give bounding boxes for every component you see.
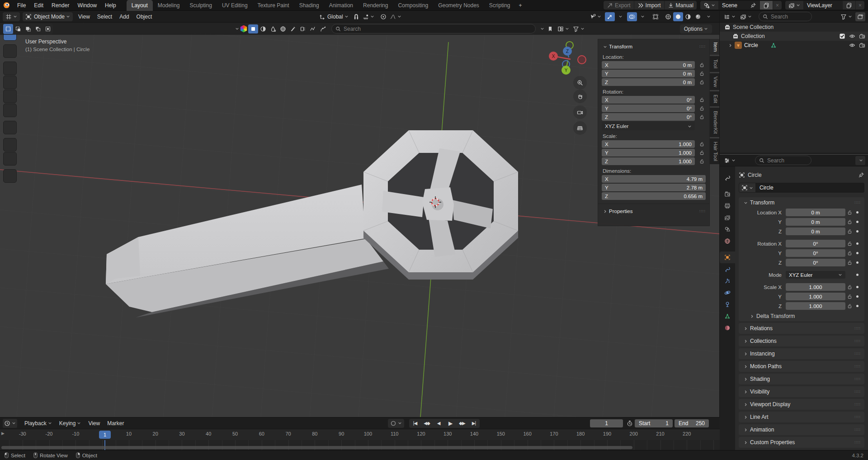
camera-view-button[interactable] <box>573 105 587 119</box>
collapsed-panel[interactable]: Motion Paths ∷∷ <box>739 361 864 372</box>
n-panel-tab[interactable]: Tool <box>710 56 720 71</box>
animate-dot[interactable] <box>854 261 861 264</box>
timeline-menu-item[interactable]: Keying <box>56 420 85 427</box>
dimensions-value-field[interactable]: Z0.656 m <box>602 192 706 200</box>
collapsed-panel[interactable]: Animation ∷∷ <box>739 424 864 435</box>
select-mode-button[interactable] <box>13 24 23 34</box>
properties-panel-header[interactable]: Properties ∷∷ <box>602 207 706 216</box>
animate-dot[interactable] <box>854 252 861 254</box>
drag-handle-icon[interactable]: ∷∷ <box>855 326 861 331</box>
snap-toggle-button[interactable] <box>351 12 361 21</box>
scale-value-field[interactable]: Y1.000 <box>602 149 695 156</box>
editor-type-button[interactable] <box>3 12 20 21</box>
play-reverse-button[interactable]: ◀ <box>433 419 444 428</box>
workspace-tab[interactable]: Texture Paint <box>253 0 294 11</box>
animate-dot[interactable] <box>854 211 861 213</box>
n-panel-tab[interactable]: BlenderKit <box>710 108 720 137</box>
frame-end-field[interactable]: End250 <box>675 419 709 427</box>
collapsed-panel[interactable]: Relations ∷∷ <box>739 323 864 334</box>
timeline-menu-item[interactable]: View <box>85 420 104 427</box>
drag-handle-icon[interactable]: ∷∷ <box>855 389 861 394</box>
n-panel-tab[interactable]: Item <box>710 39 720 55</box>
workspace-tab[interactable]: Compositing <box>393 0 433 11</box>
properties-tab[interactable] <box>720 212 735 223</box>
properties-tab[interactable] <box>720 310 735 322</box>
animate-dot[interactable] <box>854 230 861 232</box>
lock-icon[interactable] <box>698 142 706 147</box>
n-panel-tab[interactable]: View <box>710 73 720 90</box>
show-gizmo-dropdown[interactable] <box>588 12 603 21</box>
viewport-menu-item[interactable]: Select <box>94 14 116 20</box>
lock-icon[interactable] <box>845 272 854 277</box>
drag-handle-icon[interactable]: ∷∷ <box>855 339 861 343</box>
new-collection-button[interactable] <box>855 12 865 21</box>
asset-category-button[interactable] <box>258 24 268 33</box>
jump-to-end-button[interactable]: ▶| <box>468 419 480 428</box>
workspace-tab[interactable]: Scripting <box>484 0 515 11</box>
n-panel-tab[interactable]: Hair Tool <box>710 138 720 164</box>
select-mode-button[interactable] <box>3 24 13 34</box>
shading-wireframe-button[interactable] <box>663 12 673 21</box>
properties-tab[interactable] <box>720 223 735 235</box>
transform-panel-header[interactable]: Transform ∷∷ <box>739 197 864 208</box>
editor-type-button[interactable] <box>722 12 737 21</box>
select-mode-button[interactable] <box>23 24 33 34</box>
drag-handle-icon[interactable]: ∷∷ <box>855 351 861 356</box>
outliner-row-collection[interactable]: Collection <box>720 32 868 41</box>
tool-button[interactable] <box>3 152 17 166</box>
lock-icon[interactable] <box>845 229 854 234</box>
filter-dropdown[interactable] <box>839 12 854 21</box>
viewlayer-name[interactable]: ViewLayer <box>804 1 843 9</box>
rotation-value-field[interactable]: Y0° <box>602 104 695 112</box>
transform-value-field[interactable]: 0 m <box>786 218 845 226</box>
add-workspace-button[interactable]: + <box>515 0 526 11</box>
properties-tab[interactable] <box>720 275 735 287</box>
scene-browse-button[interactable] <box>700 1 719 9</box>
drag-handle-icon[interactable]: ∷∷ <box>855 364 861 369</box>
ortho-toggle-button[interactable] <box>573 121 587 135</box>
transform-value-field[interactable]: 0° <box>786 240 845 247</box>
snap-mode-dropdown[interactable] <box>361 12 376 21</box>
import-button[interactable]: Import <box>634 1 665 9</box>
tool-button[interactable] <box>3 44 17 58</box>
topbar-menu-item[interactable]: Help <box>101 0 120 11</box>
shading-rendered-button[interactable] <box>693 12 703 21</box>
workspace-tab[interactable]: Animation <box>324 0 358 11</box>
display-mode-dropdown[interactable] <box>739 12 753 21</box>
dimensions-value-field[interactable]: X4.79 m <box>602 175 706 183</box>
bookmark-icon[interactable] <box>545 24 555 33</box>
exclude-checkbox[interactable] <box>839 33 845 39</box>
proportional-edit-toggle[interactable] <box>378 12 388 21</box>
collapsed-panel[interactable]: Viewport Display ∷∷ <box>739 399 864 410</box>
id-type-dropdown[interactable] <box>739 183 756 193</box>
timeline-menu-item[interactable]: Marker <box>104 420 127 427</box>
tool-button[interactable] <box>3 121 17 134</box>
scale-value-field[interactable]: Z1.000 <box>602 157 695 165</box>
hide-icon[interactable] <box>849 42 855 48</box>
workspace-tab[interactable]: Layout <box>127 0 153 11</box>
asset-search-field[interactable] <box>331 24 536 33</box>
chevron-down-icon[interactable] <box>235 27 239 31</box>
drag-handle-icon[interactable]: ∷∷ <box>855 415 861 419</box>
collapsed-panel[interactable]: Collections ∷∷ <box>739 336 864 346</box>
gizmo-axis-neg-x[interactable] <box>578 56 586 64</box>
use-preview-range-toggle[interactable] <box>625 419 635 428</box>
outliner-row-scene-collection[interactable]: Scene Collection <box>720 23 868 32</box>
properties-search-input[interactable] <box>767 157 807 164</box>
select-mode-button[interactable] <box>33 24 43 34</box>
expand-icon[interactable] <box>728 43 732 47</box>
select-mode-button[interactable] <box>43 24 53 34</box>
collapsed-panel[interactable]: Shading ∷∷ <box>739 374 864 384</box>
asset-search-input[interactable] <box>344 26 532 32</box>
rotation-mode-dropdown[interactable]: XYZ Euler <box>602 122 695 130</box>
location-value-field[interactable]: X0 m <box>602 61 695 69</box>
options-dropdown[interactable]: Options <box>680 24 712 33</box>
viewlayer-browse-button[interactable] <box>785 1 804 9</box>
pin-icon[interactable] <box>858 172 864 178</box>
transform-value-field[interactable]: 0° <box>786 249 845 257</box>
location-value-field[interactable]: Y0 m <box>602 70 695 77</box>
lock-icon[interactable] <box>845 260 854 265</box>
properties-tab[interactable] <box>720 235 735 247</box>
transform-value-field[interactable]: 1.000 <box>786 283 845 291</box>
pan-view-button[interactable] <box>573 90 587 103</box>
